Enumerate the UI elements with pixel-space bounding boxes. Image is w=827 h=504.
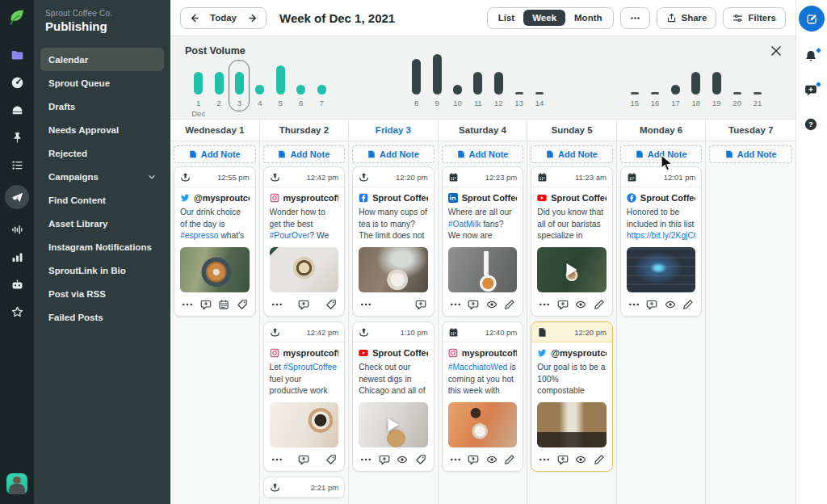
post-card[interactable]: 12:20 pmSprout Coffee...How many cups of… <box>352 166 434 317</box>
eye-icon[interactable] <box>575 299 586 310</box>
post-image[interactable] <box>270 247 339 292</box>
post-volume-day-3[interactable]: 3 <box>229 54 250 107</box>
post-card[interactable]: 12:20 pm@mysproutco...Our goal is to be … <box>531 321 613 472</box>
post-volume-day-9[interactable]: 9 <box>426 54 447 107</box>
post-volume-day-12[interactable]: 12 <box>489 54 509 107</box>
more-icon[interactable] <box>450 454 461 465</box>
post-image[interactable] <box>627 247 696 292</box>
post-volume-day-21[interactable]: 21 <box>747 54 767 107</box>
message-icon[interactable] <box>379 454 390 465</box>
post-image[interactable] <box>537 247 607 292</box>
post-link[interactable]: #espresso <box>180 231 219 240</box>
post-volume-day-20[interactable]: 20 <box>727 54 747 107</box>
eye-icon[interactable] <box>486 454 497 465</box>
post-card[interactable]: 12:40 pmmysproutcoff...#MacchiatoWed is … <box>442 321 524 472</box>
post-volume-day-10[interactable]: 10 <box>447 54 468 107</box>
sidebar-item-asset-library[interactable]: Asset Library <box>40 212 164 235</box>
sidebar-item-post-via-rss[interactable]: Post via RSS <box>40 282 164 305</box>
view-week-button[interactable]: Week <box>523 10 565 26</box>
more-options-button[interactable] <box>620 7 650 29</box>
post-image[interactable] <box>270 402 339 447</box>
sidebar-item-instagram-notifications[interactable]: Instagram Notifications <box>40 235 164 258</box>
sidebar-item-failed-posts[interactable]: Failed Posts <box>40 305 164 329</box>
prev-week-button[interactable] <box>184 9 204 27</box>
pencil-icon[interactable] <box>594 454 605 465</box>
post-image[interactable] <box>537 402 607 447</box>
post-image[interactable] <box>448 247 518 292</box>
post-volume-day-6[interactable]: 6 <box>291 54 311 107</box>
add-note-button[interactable]: Add Note <box>174 145 256 163</box>
post-card[interactable]: 12:42 pmmysproutcoff...Wonder how to get… <box>263 166 346 317</box>
post-volume-day-8[interactable]: 8 <box>406 54 426 107</box>
share-button[interactable]: Share <box>657 7 717 29</box>
sidebar-item-campaigns[interactable]: Campaigns <box>40 165 164 188</box>
pencil-icon[interactable] <box>594 299 605 310</box>
post-volume-day-13[interactable]: 13 <box>509 54 529 107</box>
sidebar-item-drafts[interactable]: Drafts <box>40 94 164 118</box>
influencers-star-icon[interactable] <box>10 304 24 319</box>
pencil-icon[interactable] <box>504 454 515 465</box>
post-link[interactable]: https://bit.ly/2KgjCOS <box>627 231 696 240</box>
inbox-icon[interactable] <box>10 103 24 117</box>
post-volume-day-4[interactable]: 4 <box>250 54 270 107</box>
add-note-button[interactable]: Add Note <box>442 145 524 163</box>
more-icon[interactable] <box>271 299 283 310</box>
view-list-button[interactable]: List <box>489 10 523 26</box>
post-image[interactable] <box>359 247 428 292</box>
tag-icon[interactable] <box>325 299 337 310</box>
tag-icon[interactable] <box>415 454 426 465</box>
message-icon[interactable] <box>646 299 657 310</box>
sidebar-item-find-content[interactable]: Find Content <box>40 188 164 212</box>
more-icon[interactable] <box>539 454 550 465</box>
dashboard-gauge-icon[interactable] <box>10 75 24 90</box>
message-icon[interactable] <box>557 454 569 465</box>
post-volume-day-11[interactable]: 11 <box>468 54 488 107</box>
add-note-button[interactable]: Add Note <box>352 145 434 163</box>
eye-icon[interactable] <box>486 299 497 310</box>
post-volume-day-2[interactable]: 2 <box>208 54 229 107</box>
more-icon[interactable] <box>539 299 550 310</box>
sidebar-item-needs-approval[interactable]: Needs Approval <box>40 118 164 141</box>
add-note-button[interactable]: Add Note <box>263 145 346 163</box>
message-icon[interactable] <box>468 299 479 310</box>
more-icon[interactable] <box>271 454 283 465</box>
post-volume-day-5[interactable]: 5 <box>271 54 291 107</box>
post-volume-day-1[interactable]: 1Dec <box>188 54 208 107</box>
close-icon[interactable] <box>770 44 783 57</box>
post-volume-day-18[interactable]: 18 <box>686 54 706 107</box>
post-volume-day-15[interactable]: 15 <box>624 54 644 107</box>
notifications-bell-icon[interactable] <box>804 49 820 65</box>
post-image[interactable] <box>180 247 250 292</box>
message-icon[interactable] <box>298 299 309 310</box>
today-button[interactable]: Today <box>204 13 243 23</box>
message-icon[interactable] <box>557 299 569 310</box>
message-icon[interactable] <box>200 299 212 310</box>
more-icon[interactable] <box>360 299 372 310</box>
reports-chart-icon[interactable] <box>10 250 24 264</box>
post-card[interactable]: 12:01 pmSprout CoffeeHonored to be inclu… <box>620 166 703 317</box>
listening-wave-icon[interactable] <box>10 222 24 237</box>
post-volume-day-19[interactable]: 19 <box>707 54 727 107</box>
post-link[interactable]: #SproutCoffee <box>283 363 337 372</box>
message-icon[interactable] <box>468 454 479 465</box>
bot-icon[interactable] <box>10 277 24 292</box>
compose-button[interactable] <box>799 6 825 32</box>
messages-icon[interactable] <box>804 83 820 99</box>
calendar-icon[interactable] <box>218 299 229 310</box>
more-icon[interactable] <box>450 299 461 310</box>
sprout-logo-icon[interactable] <box>7 7 27 30</box>
add-note-button[interactable]: Add Note <box>531 145 613 163</box>
post-card[interactable]: 1:10 pmSprout CoffeeCheck out our newest… <box>352 321 434 472</box>
post-link[interactable]: #MacchiatoWed <box>448 363 508 372</box>
sidebar-item-rejected[interactable]: Rejected <box>40 141 164 165</box>
help-icon[interactable]: ? <box>804 117 820 133</box>
post-volume-day-17[interactable]: 17 <box>665 54 686 107</box>
eye-icon[interactable] <box>397 454 408 465</box>
tag-icon[interactable] <box>325 454 337 465</box>
sidebar-item-sproutlink-in-bio[interactable]: SproutLink in Bio <box>40 258 164 282</box>
pencil-icon[interactable] <box>504 299 515 310</box>
post-volume-day-14[interactable]: 14 <box>529 54 549 107</box>
post-image[interactable] <box>359 402 428 447</box>
more-icon[interactable] <box>182 299 193 310</box>
publishing-plane-icon[interactable] <box>5 185 29 209</box>
